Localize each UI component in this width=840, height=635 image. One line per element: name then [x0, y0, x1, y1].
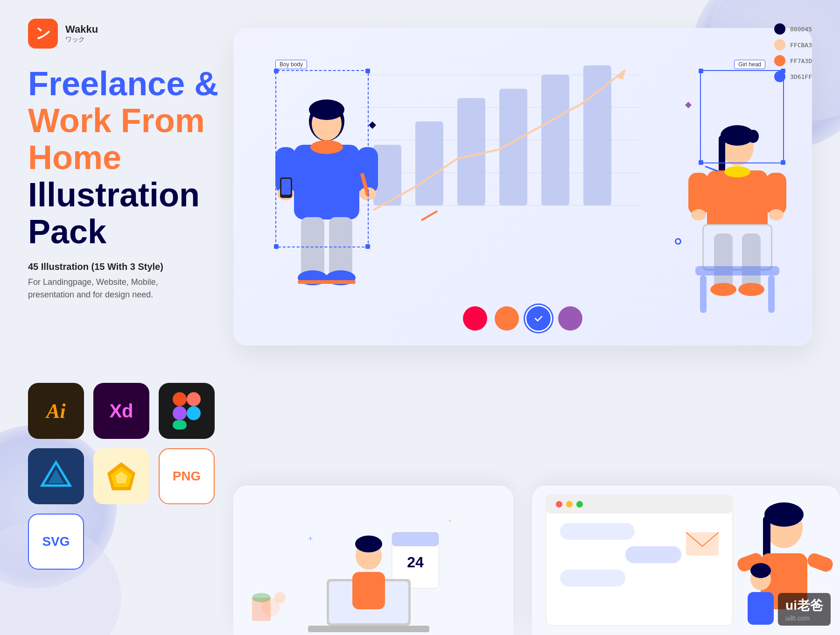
svg-rect-81: [560, 523, 635, 540]
tool-ai-label: Ai: [46, 399, 66, 423]
svg-rect-66: [392, 532, 439, 546]
title-line2: Work From Home: [28, 102, 252, 176]
svg-rect-53: [173, 406, 187, 420]
picker-red[interactable]: [463, 306, 487, 331]
svg-rect-38: [688, 173, 709, 215]
handle-tr: [365, 69, 370, 73]
svg-rect-44: [714, 233, 733, 289]
girl-selection-box: [700, 70, 784, 163]
handle-girl-br: [781, 160, 785, 165]
svg-point-49: [710, 283, 736, 296]
swatch-blue: [774, 71, 785, 82]
handle-br: [365, 244, 370, 249]
svg-rect-8: [415, 121, 443, 205]
watermark-sub: uil8.com: [785, 614, 823, 622]
svg-rect-9: [457, 98, 485, 205]
girl-label: Girl head: [734, 60, 765, 69]
svg-point-78: [556, 501, 562, 508]
svg-rect-87: [763, 516, 770, 558]
subtitle-count: 45 Illustration (15 With 3 Style): [28, 261, 252, 272]
boy-selection-box: [275, 70, 369, 247]
swatch-row-4: 3D61FF: [774, 71, 812, 82]
subtitle-desc: For Landingpage, Website, Mobile,present…: [28, 276, 252, 301]
svg-rect-91: [806, 551, 835, 573]
handle-girl-tl: [699, 69, 703, 73]
picker-purple[interactable]: [558, 306, 582, 331]
svg-rect-11: [541, 75, 569, 205]
svg-point-37: [724, 166, 750, 177]
svg-rect-46: [695, 266, 779, 275]
swatch-label-2: FFCBA3: [790, 42, 812, 49]
svg-rect-27: [298, 280, 328, 284]
svg-point-62: [274, 592, 286, 603]
svg-rect-52: [187, 392, 201, 406]
swatch-row-2: FFCBA3: [774, 39, 812, 50]
svg-rect-84: [686, 532, 719, 556]
swatch-peach: [774, 39, 785, 50]
svg-point-50: [738, 283, 764, 296]
svg-point-93: [750, 563, 771, 578]
tool-sketch-icon: [93, 448, 149, 504]
main-illustration-card: Boy body Girl head: [233, 28, 812, 346]
tool-png-label: PNG: [173, 469, 201, 484]
svg-rect-82: [625, 546, 681, 563]
svg-rect-48: [768, 275, 775, 313]
swatch-label-3: FF7A3D: [790, 57, 812, 64]
tool-xd-label: Xd: [109, 401, 133, 422]
svg-rect-28: [326, 280, 356, 284]
svg-rect-83: [560, 570, 625, 586]
svg-rect-47: [700, 275, 707, 313]
svg-rect-73: [352, 572, 385, 609]
main-content: Freelance & Work From Home Illustration …: [28, 65, 252, 301]
picker-blue-selected[interactable]: [526, 306, 551, 331]
logo-text: Wakku ワック: [65, 23, 98, 44]
svg-point-40: [691, 209, 706, 220]
svg-point-54: [187, 406, 201, 420]
tools-section: Ai Xd PNG SVG: [28, 383, 261, 570]
svg-rect-45: [742, 233, 761, 289]
title-line1: Freelance &: [28, 65, 252, 102]
swatch-dark-navy: [774, 23, 785, 35]
sketch-svg: [105, 460, 138, 493]
svg-rect-77: [546, 495, 733, 514]
swatch-row-1: 000045: [774, 23, 812, 35]
circle-decor: [675, 238, 681, 245]
boy-label: Boy body: [275, 60, 307, 69]
svg-rect-70: [308, 626, 429, 632]
svg-point-72: [355, 536, 382, 552]
svg-text:24: 24: [407, 554, 424, 571]
brand-name: Wakku: [65, 23, 98, 35]
svg-point-41: [769, 209, 784, 220]
svg-text:+: +: [448, 517, 452, 524]
handle-girl-bl: [699, 160, 703, 165]
brand-name-jp: ワック: [65, 35, 98, 44]
tool-figma-icon: [159, 383, 215, 439]
svg-rect-51: [173, 392, 187, 406]
tool-xd-icon: Xd: [93, 383, 149, 439]
svg-point-80: [576, 501, 583, 508]
handle-bl: [274, 244, 279, 249]
color-swatches: 000045 FFCBA3 FF7A3D 3D61FF: [774, 23, 812, 82]
watermark-text: ui老爸: [785, 597, 823, 614]
svg-rect-39: [766, 173, 786, 215]
svg-text:+: +: [308, 534, 313, 543]
swatch-label-4: 3D61FF: [790, 73, 812, 80]
tool-svg-label: SVG: [42, 534, 70, 549]
color-picker-row: [463, 306, 582, 331]
tool-svg-icon: SVG: [28, 514, 84, 570]
tool-png-icon: PNG: [159, 448, 215, 504]
svg-rect-43: [704, 226, 771, 268]
swatch-row-3: FF7A3D: [774, 55, 812, 66]
svg-rect-12: [583, 65, 611, 205]
figma-svg: [173, 392, 201, 430]
watermark: ui老爸 uil8.com: [778, 593, 831, 626]
preview-left-svg: 24 + +: [233, 486, 513, 635]
check-icon: [533, 313, 544, 324]
logo-icon: ン: [28, 19, 58, 49]
svg-point-64: [252, 593, 271, 602]
svg-point-79: [566, 501, 573, 508]
picker-orange[interactable]: [495, 306, 519, 331]
tool-ai-icon: Ai: [28, 383, 84, 439]
affinity-svg: [40, 460, 72, 493]
svg-rect-94: [748, 592, 774, 625]
